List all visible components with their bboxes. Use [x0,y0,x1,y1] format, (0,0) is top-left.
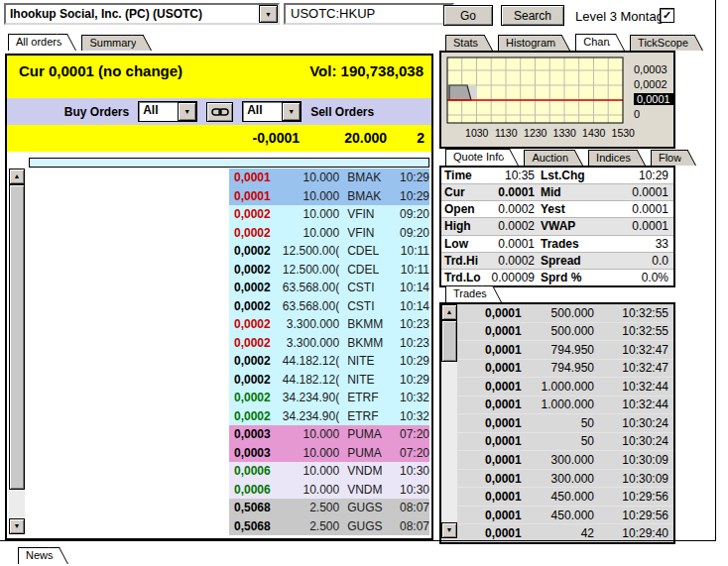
trade-size: 50 [531,416,594,430]
order-row[interactable]: 0,0006 10.000 VNDM 10:30 [229,481,429,500]
order-row[interactable]: 0,5068 2.500 GUGS 08:07 [229,499,429,517]
order-row[interactable]: 0,0003 10.000 PUMA 07:20 [229,425,429,444]
trade-row[interactable]: 0,0001 1.000.000 10:32:44 [457,378,673,396]
trades-scrollbar[interactable]: ▲ ▼ [441,304,457,538]
go-button[interactable]: Go [443,5,493,26]
sell-orders-label: Sell Orders [310,105,374,119]
scroll-up-icon[interactable]: ▲ [441,304,457,320]
market-maker-id: PUMA [339,425,396,444]
quote-row: Trd.Lo 0.00009 Sprd % 0.0% [441,270,673,285]
market-maker-id: CDEL [339,242,396,261]
quote-tab[interactable]: Auction [524,150,573,166]
order-row[interactable]: 0,0002 3.300.000 BKMM 10:23 [229,334,429,353]
trade-row[interactable]: 0,0001 50 10:30:24 [457,414,673,433]
quote-tab[interactable]: Flow [651,150,686,166]
order-size: 2.500 [280,517,339,536]
x-axis-label: 1130 [492,127,522,139]
analysis-tab[interactable]: TickScope [630,35,693,51]
orders-tab[interactable]: Summary [81,35,141,51]
tab-news[interactable]: News [18,547,59,564]
trade-row[interactable]: 0,0001 1.000.000 10:32:44 [457,396,673,415]
combo-dropdown-button[interactable]: ▼ [259,5,278,23]
market-maker-id: BMAK [339,187,396,206]
inside-size: 20.000 [344,130,387,146]
order-row[interactable]: 0,0002 44.182.12( NITE 10:29 [229,352,429,371]
order-row[interactable]: 0,0002 34.234.90( ETRF 10:32 [229,407,429,426]
trade-size: 50 [531,434,594,448]
order-row[interactable]: 0,0002 63.568.00( CSTI 10:14 [229,297,429,316]
trade-row[interactable]: 0,0001 500.000 10:32:55 [457,323,673,342]
order-price: 0,0003 [229,425,280,444]
inside-quote-row: -0,0001 20.000 2 [7,125,431,152]
quote-label: Spread [541,254,594,268]
tab-trades[interactable]: Trades [445,285,492,302]
quote-value: 0.0002 [488,254,535,268]
trade-row[interactable]: 0,0001 300.000 10:30:09 [457,470,673,489]
order-row[interactable]: 0,0002 3.300.000 BKMM 10:23 [229,315,429,334]
trade-row[interactable]: 0,0001 300.000 10:30:09 [457,451,673,470]
sell-order-book: 0,0001 10.000 BMAK 10:29 0,0001 10.000 B… [229,169,429,535]
order-row[interactable]: 0,0002 10.000 VFIN 09:20 [229,205,429,224]
order-size: 44.182.12( [280,371,339,390]
trade-time: 10:29:56 [594,490,673,504]
order-row[interactable]: 0,0006 10.000 VNDM 10:30 [229,462,429,481]
order-row[interactable]: 0,0002 44.182.12( NITE 10:29 [229,371,429,390]
trade-row[interactable]: 0,0001 50 10:30:24 [457,433,673,452]
trade-time: 10:30:09 [594,472,673,486]
quote-value: 0.0001 [594,202,670,216]
trade-row[interactable]: 0,0001 794.950 10:32:47 [457,341,673,360]
buy-filter-select[interactable]: All ▼ [138,101,197,122]
market-maker-id: CDEL [339,261,396,280]
y-axis-labels: 0,00030,00020,00010 [634,62,673,122]
order-row[interactable]: 0,0002 12.500.00( CDEL 10:11 [229,261,429,280]
order-row[interactable]: 0,0001 10.000 BMAK 10:29 [229,187,429,206]
order-row[interactable]: 0,0002 10.000 VFIN 09:20 [229,224,429,243]
order-time: 10:23 [396,315,429,334]
analysis-tab[interactable]: Stats [445,35,483,51]
order-row[interactable]: 0,0003 10.000 PUMA 07:20 [229,444,429,463]
chevron-down-icon[interactable]: ▼ [178,102,196,121]
orders-tab[interactable]: All orders [8,34,66,51]
scrollbar-thumb[interactable] [9,184,25,490]
order-row[interactable]: 0,0002 63.568.00( CSTI 10:14 [229,279,429,297]
chart-panel: 0,00030,00020,00010 10301130123013301430… [439,51,675,149]
quote-label: Mid [541,185,594,199]
order-row[interactable]: 0,0001 10.000 BMAK 10:29 [229,169,429,187]
order-time: 07:20 [396,444,429,463]
book-scrollbar[interactable]: ▲ ▼ [9,169,25,534]
trade-row[interactable]: 0,0001 450.000 10:29:56 [457,507,673,525]
analysis-tab[interactable]: Chart [575,34,615,51]
market-maker-id: BKMM [339,334,396,353]
trade-price: 0,0001 [485,434,531,448]
search-button[interactable]: Search [501,5,564,26]
order-row[interactable]: 0,0002 12.500.00( CDEL 10:11 [229,242,429,261]
order-price: 0,0002 [229,371,280,390]
order-price: 0,0002 [229,205,280,224]
trade-time: 10:30:24 [594,416,673,430]
window-right-border [715,0,716,541]
trade-price: 0,0001 [485,397,531,411]
link-sides-button[interactable] [206,102,233,122]
trade-price: 0,0001 [485,453,531,467]
news-tab-strip: News [18,546,73,564]
scroll-up-icon[interactable]: ▲ [9,169,25,184]
symbol-input[interactable]: USOTC:HKUP [284,3,454,25]
chevron-down-icon[interactable]: ▼ [282,102,301,121]
quote-tab[interactable]: Quote Info [445,149,509,166]
scroll-down-icon[interactable]: ▼ [441,522,457,538]
order-size: 34.234.90( [280,407,339,426]
trade-row[interactable]: 0,0001 500.000 10:32:55 [457,304,673,323]
analysis-tab[interactable]: Histogram [498,35,560,51]
scroll-down-icon[interactable]: ▼ [9,518,25,534]
order-price: 0,0002 [229,334,280,353]
quote-tab[interactable]: Indices [588,150,636,166]
sell-filter-select[interactable]: All ▼ [242,101,302,122]
order-row[interactable]: 0,5068 2.500 GUGS 08:07 [229,517,429,536]
trade-row[interactable]: 0,0001 794.950 10:32:47 [457,360,673,379]
scrollbar-thumb[interactable] [441,320,457,362]
trade-row[interactable]: 0,0001 450.000 10:29:56 [457,488,673,507]
order-row[interactable]: 0,0002 34.234.90( ETRF 10:32 [229,389,429,407]
quote-value: 33 [594,237,670,251]
level3-checkbox[interactable]: ✓ [660,8,674,23]
symbol-combobox[interactable]: Ihookup Social, Inc. (PC) (USOTC) ▼ [4,3,280,25]
